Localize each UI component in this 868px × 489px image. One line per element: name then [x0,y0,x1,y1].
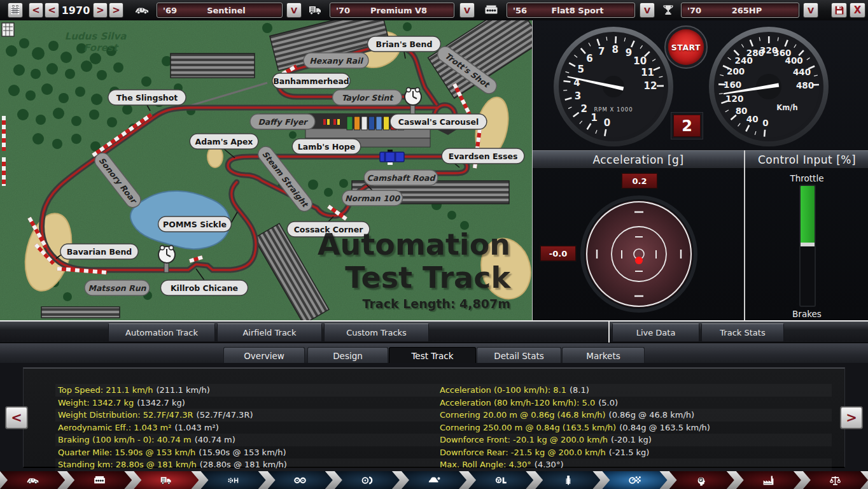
toolbar-suspension[interactable] [535,471,600,489]
factory-icon [762,474,775,487]
stat-row: Weight: 1342.7 kg(1342.7 kg) [55,397,437,409]
toolbar-body-cooling[interactable] [402,471,466,489]
track-label-caswal-s-carousel: Caswal's Carousel [390,114,487,129]
gearbox-icon [227,474,240,487]
close-button[interactable]: X [850,3,865,18]
car-trim-dropdown-button[interactable]: V [459,3,475,18]
svg-text:11: 11 [641,67,654,78]
track-tab-automation-track[interactable]: Automation Track [108,323,215,342]
svg-text:Killrob Chicane: Killrob Chicane [171,283,238,293]
body-fan-icon [428,474,441,487]
track-label-banhammerhead: Banhammerhead [272,73,350,89]
tach-unit-label: RPM X 1000 [594,106,633,113]
track-label-matsson-run: Matsson Run [85,280,150,295]
toolbar-gearbox[interactable] [200,471,265,489]
track-label-lamb-s-hope: Lamb's Hope [292,139,360,154]
tab-test-track[interactable]: Test Track [389,347,476,364]
speedometer: 04080120160200240280320360400440480 Km/h [709,27,829,146]
svg-text:POMMS Sickle: POMMS Sickle [163,220,227,229]
svg-text:Test Track: Test Track [345,260,511,295]
tab-detail-stats[interactable]: Detail Stats [477,347,561,364]
toolbar-brakes[interactable] [335,471,400,489]
stat-row: Top Speed: 211.1 km/h(211.1 km/h) [55,384,437,397]
year-next-fast-button[interactable]: > [109,3,123,18]
stat-row: Weight Distribution: 52.7F/47.3R(52.7F/4… [55,409,437,422]
start-button[interactable]: START [664,25,708,69]
stat-row: Acceleration (80 km/h-120 km/h): 5.0(5.0… [437,397,832,409]
engine-variant-name: 265HP [720,6,799,15]
track-label-camshaft-road: Camshaft Road [364,170,438,185]
interior-icon [494,474,508,487]
svg-text:40: 40 [746,114,759,124]
lateral-g-value: -0.0 [540,246,576,261]
data-tab-track-stats[interactable]: Track Stats [701,323,784,342]
svg-text:Brian's Bend: Brian's Bend [376,39,433,49]
svg-text:10: 10 [633,55,647,67]
longitudinal-g-value: 0.2 [622,173,657,188]
car-trim-year: '70 [330,6,369,15]
data-tab-live-data[interactable]: Live Data [612,323,699,342]
forest-label-2: Forest [83,42,118,53]
svg-text:Norman 100: Norman 100 [345,194,400,203]
brakes-label: Brakes [745,309,868,319]
g-force-dot [635,257,643,264]
engine-variant-selector[interactable]: '70 265HP [681,3,799,18]
control-input-panel: Control Input [%] Throttle Brakes [745,150,868,320]
toolbar-interior[interactable] [468,471,533,489]
stats-panel: Top Speed: 211.1 km/h(211.1 km/h)Weight:… [23,367,845,468]
throttle-label: Throttle [745,173,868,183]
engine-variant-dropdown-button[interactable]: V [803,3,818,18]
stats-next-button[interactable]: > [840,406,863,429]
year-prev-fast-button[interactable]: < [29,3,43,18]
track-tab-custom-tracks[interactable]: Custom Tracks [324,323,429,342]
car-side-icon [132,3,151,18]
svg-text:Banhammerhead: Banhammerhead [273,76,349,86]
track-tab-airfield-track[interactable]: Airfield Track [217,323,322,342]
engine-family-name: Flat8 Sport [546,6,634,15]
stat-row: Downforce Front: -20.1 kg @ 200.0 km/h(-… [437,434,832,446]
svg-text:0: 0 [762,118,768,128]
car-model-selector[interactable]: '69 Sentinel [157,3,283,18]
year-next-button[interactable]: > [93,3,108,18]
truck-icon [305,3,326,18]
stat-row: Acceleration (0-100 km/h): 8.1(8.1) [437,384,832,397]
top-bar: < < 1970 > > '69 Sentinel V '70 Premium … [0,0,868,21]
stat-row: Standing km: 28.80s @ 181 km/h(28.80s @ … [55,458,437,471]
save-button[interactable] [831,3,847,18]
stat-row: Cornering 250.00 m @ 0.84g (163.5 km/h)(… [437,422,832,434]
toolbar-engine-family[interactable] [67,471,132,489]
track-label-brian-s-bend: Brian's Bend [368,36,441,52]
car-model-dropdown-button[interactable]: V [286,3,302,18]
toolbar-car-trim[interactable] [134,471,199,489]
track-selection-bar: Automation TrackAirfield TrackCustom Tra… [0,320,868,343]
svg-text:Camshaft Road: Camshaft Road [367,173,437,183]
control-input-title: Control Input [%] [745,150,868,169]
year-prev-button[interactable]: < [45,3,59,18]
svg-text:200: 200 [727,66,745,76]
track-map[interactable]: Brian's BendHexany RailBanhammerheadTrot… [0,20,532,320]
track-label-the-slingshot: The Slingshot [108,90,186,105]
wheels-icon [293,474,307,487]
toolbar-driveability[interactable] [669,471,734,489]
toolbar-factory[interactable] [736,471,801,489]
brake-icon [360,474,374,487]
tab-design[interactable]: Design [307,347,388,364]
engine-family-year: '56 [507,6,546,15]
engine-family-selector[interactable]: '56 Flat8 Sport [507,3,635,18]
stat-row: Cornering 20.00 m @ 0.86g (46.8 km/h)(0.… [437,409,832,422]
stat-row: Braking (100 km/h - 0): 40.74 m(40.74 m) [55,434,437,446]
svg-text:80: 80 [736,106,748,116]
car-trim-selector[interactable]: '70 Premium V8 [330,3,454,18]
toolbar-comparison[interactable] [803,471,868,489]
toolbar-wheels[interactable] [268,471,333,489]
stats-prev-button[interactable]: < [5,406,28,429]
engine-family-dropdown-button[interactable]: V [640,3,655,18]
calendar-button[interactable] [8,3,23,18]
tab-markets[interactable]: Markets [562,347,645,364]
toolbar-car-model[interactable] [0,471,65,489]
tab-overview[interactable]: Overview [223,347,305,364]
scales-icon [829,474,842,487]
acceleration-panel: Acceleration [g] 0.2 -0.0 [533,150,745,320]
trophy-icon [659,3,677,18]
toolbar-test-track[interactable] [602,471,667,489]
